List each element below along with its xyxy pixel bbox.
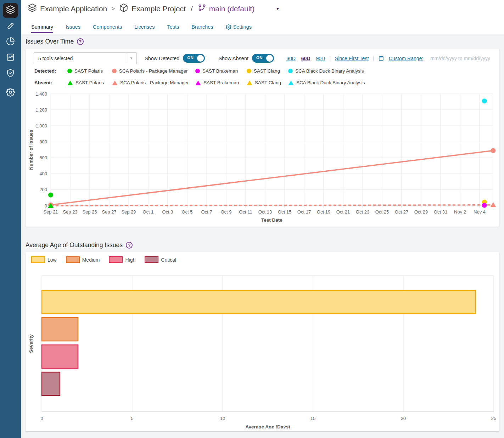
chevron-down-icon: ▼ [126, 53, 136, 64]
severity-swatch-icon [66, 256, 80, 263]
show-absent-label: Show Absent [218, 56, 248, 61]
issues-over-time-card: 5 tools selected ▼ Show Detected ON Show… [26, 49, 499, 227]
svg-text:Sep 23: Sep 23 [63, 209, 77, 215]
sidebar-item-tests[interactable] [0, 19, 21, 34]
test-tube-icon [6, 22, 15, 32]
severity-legend-item-critical: Critical [145, 256, 176, 263]
tab-settings[interactable]: Settings [226, 24, 252, 33]
legend-item-absent-sca-black-duck-binary-analysis: SCA Black Duck Binary Analysis [288, 77, 365, 89]
svg-text:Oct 9: Oct 9 [220, 209, 231, 215]
legend-item-absent-sast-brakeman: SAST Brakeman [195, 77, 247, 89]
tab-components[interactable]: Components [93, 24, 122, 33]
circle-marker-icon [195, 69, 200, 73]
separator: | [373, 56, 374, 61]
tab-label: Components [93, 24, 122, 30]
custom-range-label: Custom Range: [389, 56, 423, 61]
triangle-marker-icon [247, 80, 252, 85]
svg-text:Oct 23: Oct 23 [356, 209, 369, 215]
range-link-60d[interactable]: 60D [301, 56, 310, 61]
help-icon[interactable]: ? [126, 242, 133, 249]
triangle-marker-icon [67, 80, 73, 85]
tab-issues[interactable]: Issues [66, 24, 80, 33]
branch-dropdown-caret[interactable]: ▾ [276, 6, 279, 11]
svg-text:Sep 21: Sep 21 [43, 209, 58, 215]
tab-licenses[interactable]: Licenses [134, 24, 155, 33]
svg-text:Oct 7: Oct 7 [201, 209, 212, 215]
layers-icon [28, 3, 37, 14]
custom-range-input[interactable]: mm/dd/yyyy to mm/dd/yyyy [430, 56, 490, 61]
tab-label: Licenses [134, 24, 155, 30]
show-detected-toggle[interactable]: ON [183, 54, 205, 63]
severity-legend-item-low: Low [31, 256, 57, 263]
severity-legend-item-medium: Medium [66, 256, 100, 263]
severity-legend-item-high: High [109, 256, 135, 263]
svg-text:Number of Issues: Number of Issues [28, 130, 34, 170]
sidebar-item-reports[interactable] [0, 51, 21, 65]
show-detected-label: Show Detected [145, 56, 179, 61]
content: Issues Over Time ? 5 tools selected ▼ Sh… [21, 34, 504, 438]
circle-marker-icon [67, 69, 72, 73]
svg-text:5: 5 [131, 416, 133, 421]
gear-icon [226, 24, 231, 30]
svg-text:15: 15 [310, 416, 315, 421]
svg-text:Sep 29: Sep 29 [121, 209, 136, 215]
tab-branches[interactable]: Branches [191, 24, 213, 33]
since-first-test-link[interactable]: Since First Test [335, 56, 369, 61]
legend-item-detected-sast-polaris: SAST Polaris [67, 65, 112, 77]
svg-text:Average Age (Days): Average Age (Days) [245, 424, 290, 428]
svg-text:Oct 17: Oct 17 [297, 209, 311, 215]
page: Example Application > Example Project / … [0, 0, 504, 438]
svg-text:Oct 29: Oct 29 [414, 209, 428, 215]
shield-check-icon [6, 69, 15, 79]
tab-summary[interactable]: Summary [31, 24, 53, 33]
svg-text:200: 200 [39, 187, 47, 192]
toggle-knob [266, 55, 273, 62]
section-title-average-age: Average Age of Outstanding Issues ? [26, 241, 133, 249]
range-link-30d[interactable]: 30D [286, 56, 296, 61]
help-icon[interactable]: ? [77, 38, 84, 45]
svg-text:Oct 1: Oct 1 [142, 209, 153, 215]
severity-swatch-icon [109, 256, 123, 263]
tab-tests[interactable]: Tests [167, 24, 179, 33]
svg-text:0: 0 [45, 203, 47, 209]
breadcrumb: Example Application > Example Project / … [28, 3, 279, 14]
average-age-chart: 0510152025Average Age (Days)Severity [27, 269, 498, 428]
app-logo-button[interactable] [3, 3, 18, 18]
breadcrumb-project[interactable]: Example Project [131, 5, 186, 13]
svg-text:400: 400 [39, 171, 47, 176]
svg-text:1,200: 1,200 [35, 107, 47, 113]
tab-label: Issues [66, 24, 80, 30]
show-absent-toggle[interactable]: ON [252, 54, 274, 63]
svg-text:Nov 4: Nov 4 [474, 209, 486, 215]
tools-select-value: 5 tools selected [34, 56, 126, 61]
range-link-90d[interactable]: 90D [316, 56, 325, 61]
sidebar-item-settings[interactable] [0, 86, 21, 100]
breadcrumb-branch[interactable]: main (default) [209, 5, 254, 13]
breadcrumb-application[interactable]: Example Application [40, 5, 107, 13]
git-branch-icon [198, 4, 206, 14]
svg-text:Oct 13: Oct 13 [258, 209, 272, 215]
circle-marker-icon [247, 69, 251, 73]
topbar: Example Application > Example Project / … [21, 0, 504, 34]
tab-label: Summary [31, 24, 53, 30]
triangle-marker-icon [195, 80, 201, 85]
triangle-marker-icon [288, 80, 294, 85]
triangle-marker-icon [112, 80, 118, 85]
sidebar-item-security[interactable] [0, 67, 21, 81]
severity-swatch-icon [145, 256, 158, 263]
custom-range-link[interactable]: Custom Range: [379, 56, 426, 61]
svg-text:800: 800 [39, 139, 47, 144]
pie-chart-icon [6, 37, 15, 47]
tools-select[interactable]: 5 tools selected ▼ [34, 52, 137, 64]
svg-text:25: 25 [491, 416, 496, 421]
svg-text:Oct 15: Oct 15 [278, 209, 291, 215]
tab-bar: SummaryIssuesComponentsLicensesTestsBran… [31, 22, 264, 34]
svg-text:600: 600 [39, 155, 47, 160]
legend-item-absent-sast-polaris: SAST Polaris [67, 77, 112, 89]
sidebar-item-portfolio[interactable] [0, 35, 21, 49]
line-chart-icon [6, 53, 15, 63]
sidebar [0, 0, 21, 438]
svg-text:Oct 5: Oct 5 [181, 209, 192, 215]
svg-text:Test Date: Test Date [261, 217, 282, 223]
toggle-on-label: ON [256, 56, 263, 60]
